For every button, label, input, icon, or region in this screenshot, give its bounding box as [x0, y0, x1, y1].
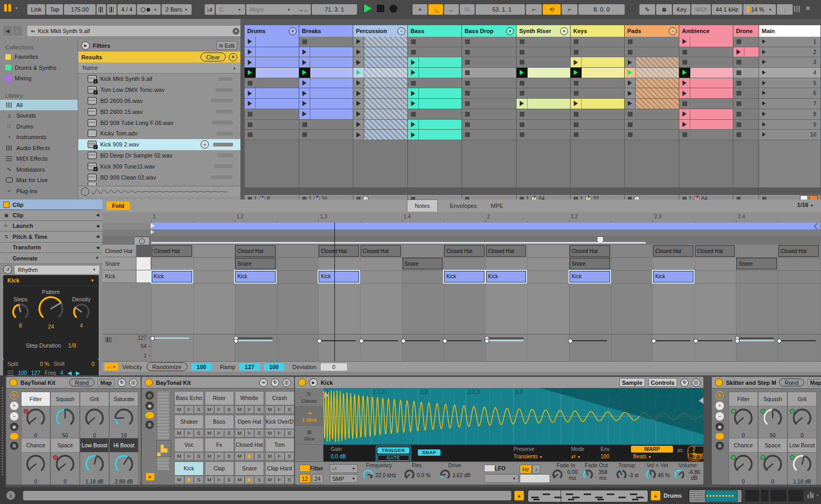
pad-mute-button[interactable]: M — [235, 429, 245, 437]
file-row[interactable]: Tom Low DMX Tonic.wav — [78, 85, 240, 96]
knob-value[interactable]: 0.00 ms — [564, 469, 581, 481]
clip-tab[interactable]: Clip — [0, 200, 102, 210]
pad-play-button[interactable] — [214, 476, 224, 484]
empty-clip-slot[interactable] — [733, 88, 759, 99]
empty-clip-slot[interactable] — [462, 78, 517, 89]
sidebar-item-sounds[interactable]: ♫Sounds — [0, 110, 78, 121]
drum-pad-closed-hat[interactable]: Closed Hat — [235, 438, 264, 452]
device-thumbnails[interactable] — [689, 489, 742, 503]
stop-button[interactable] — [377, 5, 384, 12]
knob-fade out[interactable]: Fade Out358 ms — [582, 462, 611, 482]
clip-slot[interactable] — [353, 109, 408, 120]
scene-play-icon[interactable] — [762, 81, 766, 85]
clip-slot[interactable] — [571, 99, 625, 109]
clip-slot[interactable] — [245, 37, 299, 47]
drum-note[interactable]: Snare — [403, 258, 443, 269]
clip-slot[interactable] — [353, 47, 408, 58]
clip-slot[interactable] — [353, 78, 408, 89]
clip-slot[interactable] — [517, 68, 571, 78]
clip-slot[interactable] — [353, 130, 408, 140]
pad-play-button[interactable] — [184, 429, 194, 437]
empty-clip-slot[interactable] — [733, 57, 759, 68]
macro-knob-squash[interactable]: Squash50 — [758, 392, 787, 440]
ramp-end[interactable]: 100 — [264, 363, 284, 371]
expand-icon[interactable]: ◀ — [96, 224, 99, 228]
pad-solo-button[interactable]: S — [254, 429, 264, 437]
knob-value[interactable]: 22.0 kHz — [375, 472, 396, 478]
empty-clip-slot[interactable] — [733, 37, 759, 47]
fold-button[interactable]: Fold — [107, 202, 130, 210]
empty-clip-slot[interactable] — [517, 130, 571, 140]
macro-value[interactable]: 1.18 dB — [788, 479, 816, 485]
gate-button[interactable]: GATE — [377, 455, 409, 461]
empty-clip-slot[interactable] — [733, 78, 759, 89]
browser-search-input[interactable]: ≃ Kick Mkit Synth 9.aif ✕ — [27, 26, 243, 36]
empty-clip-slot[interactable] — [462, 68, 517, 78]
scale-name-menu[interactable]: Major▼ — [246, 4, 294, 15]
clip-slot[interactable] — [299, 88, 353, 99]
knob-drive[interactable]: Drive3.62 dB — [436, 462, 473, 482]
empty-clip-slot[interactable] — [299, 130, 353, 140]
sidebar-item-midi-effects[interactable]: MIDI Effects — [0, 153, 78, 164]
clip-slot[interactable] — [517, 99, 571, 109]
empty-clip-slot[interactable] — [733, 120, 759, 130]
macro-knob-low-boost[interactable]: Low Boost1.18 dB — [80, 438, 109, 485]
device-on-toggle[interactable] — [298, 379, 306, 386]
filters-expand-icon[interactable]: ▶ — [81, 41, 90, 50]
macro-view-icon[interactable] — [145, 412, 154, 418]
empty-clip-slot[interactable] — [625, 37, 679, 47]
pad-mute-button[interactable]: M — [265, 429, 275, 437]
variation-icon[interactable]: ↻ — [118, 379, 126, 387]
sidebar-item-max-for-live[interactable]: Max for Live — [0, 175, 78, 186]
track-header[interactable]: Bass Drop▼ — [462, 25, 517, 37]
drum-note[interactable]: Closed Hat — [778, 245, 819, 257]
browser-forward-button[interactable]: ▶ — [13, 26, 22, 36]
knob-transp[interactable]: Transp-3 st — [612, 462, 641, 482]
scale-icon[interactable]: ♭♯ — [205, 4, 215, 15]
pad-solo-button[interactable]: S — [224, 405, 234, 414]
pad-play-button[interactable] — [214, 429, 224, 437]
pad-mute-button[interactable]: M — [205, 452, 215, 460]
scene-slot[interactable]: 9 — [759, 120, 821, 130]
kick-note[interactable]: Kick — [152, 271, 192, 282]
empty-clip-slot[interactable] — [733, 99, 759, 109]
sidebar-item-all[interactable]: All — [0, 100, 78, 111]
menu-icon[interactable]: ≡ — [806, 4, 810, 12]
clip-slot[interactable] — [245, 68, 299, 78]
scene-slot[interactable]: 10 — [759, 130, 821, 140]
randomize-button[interactable]: Randomize — [146, 362, 187, 371]
scene-slot[interactable]: 2 — [759, 47, 821, 58]
steps-knob[interactable]: Steps8 — [6, 296, 35, 329]
split-value[interactable]: 0 % — [40, 361, 49, 367]
macro-variations-icon[interactable]: ↻ — [715, 391, 724, 400]
pad-mute-button[interactable]: M — [174, 476, 184, 484]
sample-start-marker[interactable] — [324, 392, 329, 398]
drum-note[interactable]: Snare — [570, 258, 610, 269]
clip-slot[interactable] — [625, 78, 679, 89]
scene-play-icon[interactable] — [762, 70, 766, 75]
track-fold-icon[interactable]: ▼ — [506, 27, 514, 35]
clip-slot[interactable] — [353, 99, 408, 109]
track-menu-icon[interactable]: ≡ — [669, 27, 677, 35]
macro-view-icon[interactable] — [715, 433, 724, 439]
knob-fade in[interactable]: Fade In0.00 ms — [551, 462, 581, 482]
clip-slot[interactable] — [679, 88, 733, 99]
scene-slot[interactable]: 1 — [759, 37, 821, 47]
macro-knob-space[interactable]: Space0 — [50, 438, 80, 485]
empty-clip-slot[interactable] — [679, 99, 733, 109]
empty-clip-slot[interactable] — [679, 47, 733, 58]
empty-clip-slot[interactable] — [625, 120, 679, 130]
device-on-toggle[interactable] — [715, 379, 723, 386]
track-header[interactable]: Pads≡ — [625, 25, 679, 37]
drum-pad-whistle[interactable]: Whistle — [235, 391, 264, 405]
empty-clip-slot[interactable] — [571, 47, 625, 58]
chain-list-icon[interactable]: ≣ — [715, 442, 724, 450]
clip-slot[interactable] — [299, 109, 353, 120]
macro-view-icon[interactable] — [10, 433, 18, 439]
punch-out-button[interactable]: ⌐ — [562, 4, 577, 15]
empty-clip-slot[interactable] — [462, 130, 517, 140]
browser-back-button[interactable]: ◀ — [3, 26, 12, 36]
follow-button[interactable]: →‥ — [294, 4, 311, 15]
drum-note[interactable]: Closed Hat — [361, 245, 401, 257]
file-row[interactable]: Kick 909 Tune11.wav — [78, 161, 240, 172]
